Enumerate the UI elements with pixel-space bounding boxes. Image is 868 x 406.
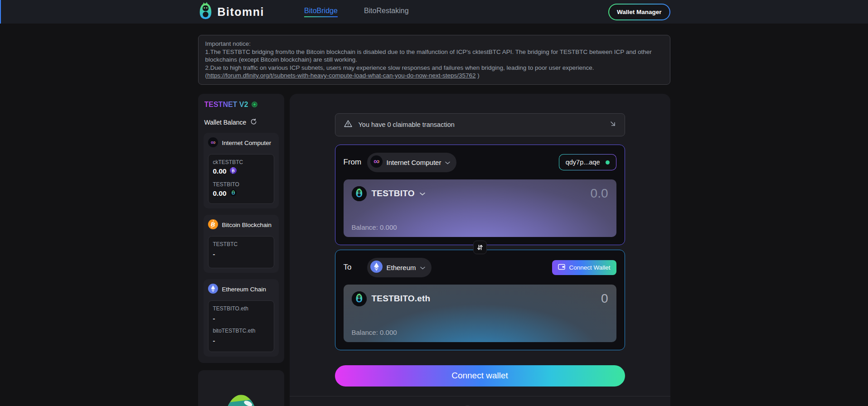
chain-name: Bitcoin Blockchain bbox=[222, 222, 272, 228]
asset-symbol: TESTBITO bbox=[213, 181, 269, 188]
to-network-name: Ethereum bbox=[387, 264, 416, 271]
panel-divider bbox=[290, 396, 670, 396]
bitomni-logo-icon bbox=[198, 2, 213, 22]
asset-amount: 0.00 bbox=[213, 189, 227, 198]
asset-amount: 0.00 bbox=[213, 167, 227, 175]
easter-egg-image bbox=[219, 392, 263, 406]
expand-arrow-icon[interactable] bbox=[609, 120, 616, 129]
from-balance-text: Balance: 0.000 bbox=[352, 223, 397, 231]
chain-card-bitcoin: B Bitcoin Blockchain TESTBTC - bbox=[204, 215, 279, 273]
important-notice: Important notice: 1.The TESTBTC bridging… bbox=[198, 35, 670, 85]
notice-link-line: (https://forum.dfinity.org/t/subnets-wit… bbox=[205, 72, 663, 80]
testbito-token-icon bbox=[352, 186, 367, 201]
window-edge-highlight bbox=[0, 0, 1, 24]
refresh-icon[interactable] bbox=[250, 118, 257, 126]
connect-wallet-small-label: Connect Wallet bbox=[569, 264, 610, 271]
warning-icon bbox=[344, 119, 353, 130]
chain-name: Ethereum Chain bbox=[222, 286, 267, 293]
from-address-chip[interactable]: qdy7p...aqe bbox=[559, 154, 616, 170]
ethereum-logo-icon bbox=[208, 284, 218, 295]
notice-line-3: 2.Due to high traffic on various ICP sub… bbox=[205, 64, 663, 72]
from-label: From bbox=[344, 158, 367, 167]
connected-status-dot-icon bbox=[606, 160, 610, 164]
asset-symbol: ckTESTBTC bbox=[213, 159, 269, 165]
ckbtc-badge-icon: B bbox=[230, 167, 237, 176]
brand-name: Bitomni bbox=[218, 5, 265, 19]
asset-amount: - bbox=[213, 250, 269, 258]
bitcoin-logo-icon: B bbox=[208, 219, 218, 231]
chain-card-internet-computer: ∞ Internet Computer ckTESTBTC 0.00 B bbox=[204, 133, 279, 208]
from-network-selector[interactable]: ∞ Internet Computer bbox=[367, 153, 457, 172]
egg-promo-card bbox=[198, 370, 284, 406]
swap-direction-button[interactable] bbox=[473, 241, 487, 254]
wallet-manager-button[interactable]: Wallet Manager bbox=[608, 4, 670, 20]
asset-box-icp: ckTESTBTC 0.00 B T bbox=[208, 154, 274, 204]
to-label: To bbox=[344, 263, 367, 272]
from-token-box: TESTBITO Balance: 0.000 bbox=[344, 179, 616, 237]
to-token-name: TESTBITO.eth bbox=[372, 294, 431, 304]
bridge-panel: You have 0 claimable transaction From ∞ bbox=[290, 94, 670, 406]
nav-tabs: BitoBridge BitoRestaking bbox=[304, 7, 409, 17]
connect-wallet-submit-button[interactable]: Connect wallet bbox=[335, 365, 625, 387]
claimable-transactions-text: You have 0 claimable transaction bbox=[359, 121, 455, 128]
asset-amount: - bbox=[213, 314, 269, 322]
to-network-selector[interactable]: Ethereum bbox=[367, 258, 432, 277]
svg-text:B: B bbox=[232, 168, 235, 173]
asset-amount: - bbox=[213, 337, 269, 344]
asset-box-bitcoin: TESTBTC - bbox=[208, 236, 274, 268]
svg-text:∞: ∞ bbox=[373, 156, 379, 166]
wallet-balance-title: Wallet Balance bbox=[204, 119, 247, 126]
chevron-down-icon bbox=[420, 263, 425, 271]
testbito-badge-icon bbox=[230, 189, 237, 198]
connect-wallet-small-button[interactable]: Connect Wallet bbox=[552, 260, 616, 275]
notice-line-1: Important notice: bbox=[205, 40, 663, 48]
asset-symbol: TESTBITO.eth bbox=[213, 305, 269, 312]
icp-logo-icon: ∞ bbox=[370, 155, 383, 169]
chain-name: Internet Computer bbox=[222, 140, 272, 146]
asset-symbol: TESTBTC bbox=[213, 241, 269, 247]
bridge-to-section: To Ethereum bbox=[335, 250, 625, 350]
chevron-down-icon bbox=[445, 158, 450, 166]
ethereum-logo-icon bbox=[370, 261, 383, 275]
from-network-name: Internet Computer bbox=[387, 159, 441, 166]
icp-logo-icon: ∞ bbox=[208, 137, 218, 149]
testnet-label: TESTNET V2 bbox=[204, 101, 248, 109]
to-token-box: TESTBITO.eth 0 Balance: 0.000 bbox=[344, 285, 616, 342]
from-token-name: TESTBITO bbox=[372, 188, 415, 198]
token-chevron-down-icon[interactable] bbox=[420, 189, 425, 198]
brand-logo[interactable]: Bitomni bbox=[198, 2, 265, 22]
asset-box-ethereum: TESTBITO.eth - bitoTESTBTC.eth - bbox=[208, 300, 274, 352]
wallet-balance-sidebar: TESTNET V2 Wallet Balance bbox=[198, 94, 284, 363]
to-balance-text: Balance: 0.000 bbox=[352, 329, 397, 336]
testnet-status-dot-icon bbox=[252, 102, 257, 107]
bridge-from-section: From ∞ Internet Computer qdy7p bbox=[335, 145, 625, 245]
to-amount-value: 0 bbox=[601, 291, 608, 306]
asset-symbol: bitoTESTBTC.eth bbox=[213, 328, 269, 334]
notice-link-suffix: ) bbox=[476, 72, 480, 79]
tab-bitobridge[interactable]: BitoBridge bbox=[304, 7, 338, 17]
chain-card-ethereum: Ethereum Chain TESTBITO.eth - bitoTESTBT… bbox=[204, 279, 279, 357]
notice-line-2: 1.The TESTBTC bridging from/to the Bitco… bbox=[205, 48, 663, 64]
svg-text:∞: ∞ bbox=[210, 138, 215, 145]
testnet-status-row: TESTNET V2 bbox=[204, 100, 279, 110]
from-address-text: qdy7p...aqe bbox=[566, 159, 600, 166]
testbito-eth-token-icon bbox=[352, 291, 367, 306]
top-navigation-bar: Bitomni BitoBridge BitoRestaking Wallet … bbox=[0, 0, 868, 24]
tab-bitorestaking[interactable]: BitoRestaking bbox=[364, 7, 409, 17]
claimable-transactions-banner[interactable]: You have 0 claimable transaction bbox=[335, 113, 625, 136]
notice-forum-link[interactable]: https://forum.dfinity.org/t/subnets-with… bbox=[207, 72, 476, 79]
wallet-icon bbox=[558, 264, 565, 271]
from-amount-input[interactable] bbox=[509, 186, 608, 201]
